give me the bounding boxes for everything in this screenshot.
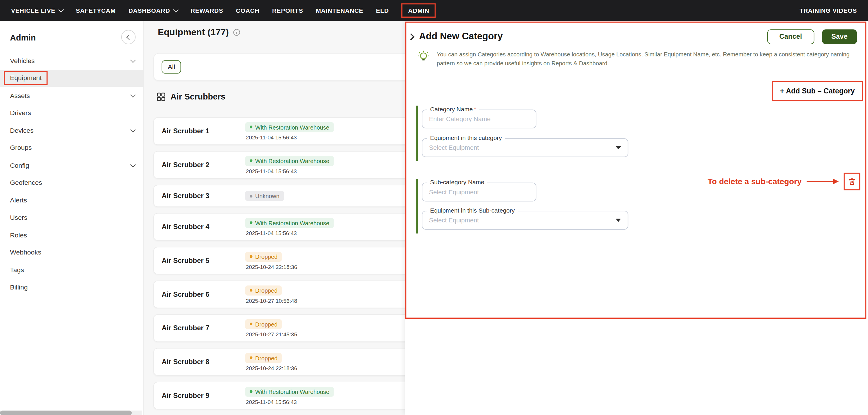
sidebar-item-label: Geofences [10,179,42,187]
trash-icon[interactable] [847,177,857,186]
nav-item-label: DASHBOARD [128,7,170,14]
filter-all-button[interactable]: All [162,60,181,74]
category-name-input[interactable] [429,116,529,122]
equipment-timestamp: 2025-10-27 10:56:48 [245,297,298,304]
nav-item-vehicle-live[interactable]: VEHICLE LIVE [11,7,63,14]
sub-category-name-field[interactable]: Sub-category Name [422,183,536,201]
status-label: Dropped [255,287,277,293]
status-label: Dropped [255,253,277,260]
nav-item-eld[interactable]: ELD [376,7,389,14]
chevron-down-icon [616,146,621,149]
delete-annotation-text: To delete a sub-category [708,177,802,186]
nav-item-admin[interactable]: ADMIN [402,3,436,18]
sidebar-item-equipment[interactable]: Equipment [0,69,144,87]
info-icon[interactable] [233,29,241,36]
nav-item-label: COACH [236,7,259,14]
status-label: With Restoration Warehouse [255,157,329,164]
status-dot-icon [250,356,253,359]
add-sub-category-annotation-box: + Add Sub – Category [772,81,863,101]
sidebar-item-devices[interactable]: Devices [0,122,144,139]
nav-item-label: SAFETYCAM [76,7,116,14]
equipment-status: With Restoration Warehouse2025-11-04 15:… [245,386,334,405]
sidebar-item-config[interactable]: Config [0,156,144,174]
sidebar-item-webhooks[interactable]: Webhooks [0,244,144,261]
status-dot-icon [250,322,253,325]
lightbulb-icon [416,50,431,64]
sub-category-name-input[interactable] [429,189,529,195]
sidebar-item-tags[interactable]: Tags [0,261,144,279]
nav-item-rewards[interactable]: REWARDS [190,7,223,14]
nav-item-label: MAINTENANCE [316,7,363,14]
page-title: Equipment (177) [158,27,229,38]
sidebar-item-label: Drivers [10,109,31,117]
sidebar-item-users[interactable]: Users [0,209,144,226]
save-button[interactable]: Save [822,29,857,44]
equipment-timestamp: 2025-10-27 21:45:35 [245,331,298,337]
sidebar-item-groups[interactable]: Groups [0,139,144,156]
sidebar-item-geofences[interactable]: Geofences [0,174,144,191]
equipment-name: Air Scrubber 8 [162,358,245,366]
category-name-label: Category Name* [427,105,479,112]
chevron-right-icon[interactable] [407,33,414,40]
sidebar-item-drivers[interactable]: Drivers [0,104,144,122]
scrollbar-thumb[interactable] [0,411,132,415]
sidebar-collapse-button[interactable] [121,30,136,44]
sub-category-name-label: Sub-category Name [427,179,487,185]
equipment-name: Air Scrubber 5 [162,257,245,265]
equipment-status: Dropped2025-10-27 10:56:48 [245,285,298,304]
equipment-timestamp: 2025-10-24 22:18:36 [245,365,298,371]
status-dot-icon [250,255,253,258]
sidebar-item-label: Vehicles [10,57,35,65]
status-label: Dropped [255,354,277,361]
sidebar-item-label: Alerts [10,196,27,204]
equipment-name: Air Scrubber 1 [162,127,245,135]
equipment-name: Air Scrubber 3 [162,192,245,200]
nav-item-reports[interactable]: REPORTS [272,7,303,14]
status-badge: With Restoration Warehouse [245,122,334,132]
nav-item-label: REPORTS [272,7,303,14]
nav-menu: VEHICLE LIVESAFETYCAMDASHBOARDREWARDSCOA… [11,3,436,18]
sidebar-item-roles[interactable]: Roles [0,226,144,244]
sidebar-item-alerts[interactable]: Alerts [0,191,144,209]
equipment-in-sub-category-placeholder: Select Equipment [429,217,479,224]
app-window: VEHICLE LIVESAFETYCAMDASHBOARDREWARDSCOA… [0,0,868,415]
nav-item-label: REWARDS [190,7,223,14]
equipment-status: Dropped2025-10-24 22:18:36 [245,353,298,371]
nav-item-label: ELD [376,7,389,14]
equipment-in-sub-category-select[interactable]: Equipment in this Sub-category Select Eq… [422,211,628,230]
nav-item-coach[interactable]: COACH [236,7,259,14]
hint-row: You can assign Categories according to W… [416,50,851,68]
equipment-name: Air Scrubber 9 [162,392,245,400]
nav-item-label: ADMIN [408,7,429,14]
drawer-header: Add New Category Cancel Save [408,28,857,45]
sidebar-item-billing[interactable]: Billing [0,279,144,296]
chevron-down-icon [58,7,64,12]
status-badge: With Restoration Warehouse [245,218,334,228]
admin-sidebar: Admin VehiclesEquipmentAssetsDriversDevi… [0,21,144,415]
nav-item-safetycam[interactable]: SAFETYCAM [76,7,116,14]
equipment-in-category-select[interactable]: Equipment in this category Select Equipm… [422,138,628,157]
category-name-field[interactable]: Category Name* [422,109,536,128]
sidebar-menu: VehiclesEquipmentAssetsDriversDevicesGro… [0,52,144,296]
status-dot-icon [250,289,253,292]
add-sub-category-button[interactable]: + Add Sub – Category [773,82,862,100]
nav-item-dashboard[interactable]: DASHBOARD [128,7,178,14]
horizontal-scrollbar[interactable] [0,411,142,415]
sidebar-item-label: Devices [10,127,34,134]
sidebar-item-label: Groups [10,144,32,152]
chevron-down-icon [130,127,135,132]
status-label: With Restoration Warehouse [255,124,329,130]
sidebar-item-label: Equipment [4,71,48,85]
status-badge: With Restoration Warehouse [245,386,334,396]
sidebar-item-vehicles[interactable]: Vehicles [0,52,144,69]
required-asterisk: * [474,105,476,112]
drawer-title: Add New Category [419,31,503,42]
cancel-button[interactable]: Cancel [767,29,814,44]
nav-item-training-videos[interactable]: TRAINING VIDEOS [799,7,857,14]
sidebar-item-assets[interactable]: Assets [0,87,144,104]
sidebar-item-label: Assets [10,92,30,99]
nav-item-maintenance[interactable]: MAINTENANCE [316,7,363,14]
drawer-actions: Cancel Save [767,29,857,44]
sidebar-item-label: Tags [10,266,24,274]
equipment-timestamp: 2025-10-24 22:18:36 [245,264,298,270]
